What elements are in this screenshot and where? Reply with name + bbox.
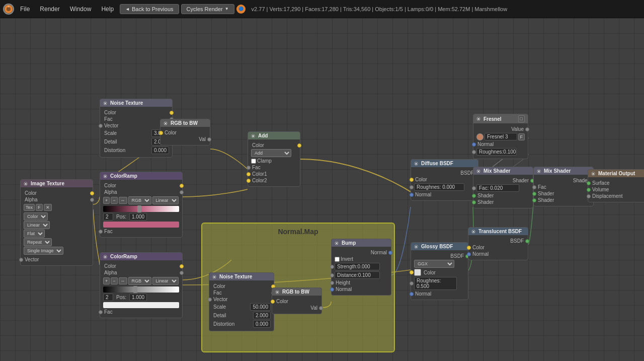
color-in[interactable] <box>467 246 471 250</box>
bsdf-out[interactable] <box>525 239 529 243</box>
color2-socket[interactable] <box>247 179 251 183</box>
noise-texture-2-node[interactable]: ✕ Noise Texture Color Fac Vector Scale 5… <box>209 272 274 331</box>
volume-in[interactable] <box>587 188 591 192</box>
back-to-previous-button[interactable]: Back to Previous <box>120 4 179 14</box>
color-out-socket[interactable] <box>297 143 301 148</box>
strength-field[interactable]: Strength:0.000 <box>335 263 380 270</box>
surface-in[interactable] <box>587 181 591 185</box>
close-icon[interactable]: ✕ <box>414 162 418 166</box>
ramp-handle-2[interactable] <box>133 286 137 293</box>
rough-in[interactable] <box>410 281 414 285</box>
close-icon[interactable]: ✕ <box>476 169 480 173</box>
distortion-field[interactable]: 0.000 <box>151 147 169 154</box>
color-out[interactable] <box>180 184 184 188</box>
height-in[interactable] <box>330 281 334 285</box>
translucent-bsdf-node[interactable]: ✕ Translucent BSDF BSDF Color Normal <box>468 227 528 260</box>
node-editor-canvas[interactable]: Normal.Map ✕ Image Texture Color Alpha T… <box>0 18 644 361</box>
add-node[interactable]: ✕ Add Color Add Clamp Fac Color1 <box>248 131 300 187</box>
swap-btn[interactable]: ↔ <box>119 277 127 284</box>
interp-select[interactable]: Linear <box>152 196 179 204</box>
close-icon[interactable]: ✕ <box>335 241 339 245</box>
normal-in[interactable] <box>410 193 414 197</box>
add-mode-select[interactable]: Add <box>251 149 291 157</box>
pos-value[interactable]: 1.000 <box>129 213 147 221</box>
color-in-socket[interactable] <box>159 131 163 135</box>
add-stop-btn[interactable]: + <box>103 277 110 284</box>
fac-field[interactable]: Fac: 0.020 <box>476 184 519 192</box>
detail-2[interactable]: 2.000 <box>253 312 271 319</box>
close-icon[interactable]: ✕ <box>103 101 107 105</box>
normal-out[interactable] <box>388 251 392 255</box>
close-icon[interactable]: ✕ <box>251 134 255 138</box>
menu-file[interactable]: File <box>16 4 34 15</box>
color-in[interactable] <box>271 300 275 304</box>
distortion-2[interactable]: 0.000 <box>253 320 271 328</box>
render-mode-dropdown[interactable]: Cycles Render <box>181 4 234 14</box>
fac-in-2[interactable] <box>99 310 103 314</box>
fac-in[interactable] <box>99 230 103 234</box>
mix-shader-1-node[interactable]: ✕ Mix Shader Shader Fac: 0.020 Shader Sh… <box>473 167 533 208</box>
close-icon[interactable]: ✕ <box>414 245 418 249</box>
repeat-select[interactable]: Repeat <box>24 238 52 246</box>
vector-in[interactable] <box>208 298 212 302</box>
clamp-checkbox[interactable] <box>251 159 256 164</box>
ior-field[interactable]: Fresnel 3 <box>485 133 517 140</box>
close-icon[interactable]: ✕ <box>24 182 28 186</box>
color1-socket[interactable] <box>247 172 251 176</box>
fac-in[interactable] <box>472 186 476 190</box>
stop-index-2[interactable]: 2 <box>103 294 113 301</box>
close-icon[interactable]: ✕ <box>103 174 107 178</box>
close-icon[interactable]: ✕ <box>212 275 216 279</box>
ramp-handle[interactable] <box>137 205 141 212</box>
distance-in[interactable] <box>330 273 334 277</box>
mode-select[interactable]: RGB <box>128 196 151 204</box>
normal-in[interactable] <box>330 287 334 292</box>
value-out[interactable] <box>525 127 529 131</box>
ggx-select[interactable]: GGX <box>414 260 454 268</box>
x-button[interactable]: ✕ <box>44 204 52 211</box>
fresnel-node[interactable]: ✕ Fresnel □ Value Fresnel 3 F Normal Rou… <box>473 114 528 159</box>
bump-node[interactable]: ✕ Bump Normal Invert Strength:0.000 Dist… <box>331 239 391 296</box>
color-swatch[interactable] <box>414 269 421 276</box>
color-ramp-2-node[interactable]: ✕ ColorRamp Color Alpha + − ↔ RGB Linear <box>100 252 183 318</box>
color-ramp-1-node[interactable]: ✕ ColorRamp Color Alpha + − ↔ RGB Linear <box>100 172 183 238</box>
vector-socket[interactable] <box>99 124 103 128</box>
shader2-in[interactable] <box>472 200 476 204</box>
menu-render[interactable]: Render <box>36 4 63 15</box>
normal-in[interactable] <box>467 252 471 256</box>
shader2-in[interactable] <box>532 198 536 202</box>
close-icon[interactable]: ✕ <box>591 172 595 176</box>
stop-index[interactable]: 2 <box>103 213 113 221</box>
roughness-field[interactable]: Roughnes: 0.000 <box>414 183 464 191</box>
f-btn[interactable]: F <box>518 133 525 140</box>
displacement-in[interactable] <box>587 194 591 198</box>
tex-button[interactable]: Tex <box>24 204 35 211</box>
invert-checkbox[interactable] <box>335 257 340 262</box>
menu-help[interactable]: Help <box>97 4 118 15</box>
close-icon[interactable]: ✕ <box>103 255 107 259</box>
mix-shader-2-node[interactable]: ✕ Mix Shader Shader Fac Shader Shader <box>533 167 594 206</box>
linear-select[interactable]: Linear <box>24 221 50 229</box>
close-icon[interactable]: ✕ <box>471 230 475 234</box>
close-icon[interactable]: ✕ <box>164 121 168 125</box>
color-output-socket[interactable] <box>90 191 94 195</box>
remove-stop-btn[interactable]: − <box>111 197 117 204</box>
vector-input-socket[interactable] <box>19 258 23 262</box>
menu-window[interactable]: Window <box>66 4 96 15</box>
color-select[interactable]: Color <box>24 212 48 221</box>
swap-btn[interactable]: ↔ <box>119 197 127 204</box>
shader1-in[interactable] <box>472 194 476 198</box>
fresnel-collapse-btn[interactable]: □ <box>518 115 525 122</box>
f-button[interactable]: F <box>36 204 43 211</box>
shader1-in[interactable] <box>532 192 536 196</box>
close-icon[interactable]: ✕ <box>476 117 480 121</box>
val-out[interactable] <box>319 306 323 310</box>
rgb-to-bw-2-node[interactable]: ✕ RGB to BW Color Val <box>272 287 322 314</box>
strength-in[interactable] <box>330 265 334 269</box>
glossy-bsdf-node[interactable]: ✕ Glossy BSDF BSDF GGX Color Roughnes: 0… <box>411 242 468 300</box>
color-socket[interactable] <box>170 111 174 115</box>
alpha-output-socket[interactable] <box>90 198 94 202</box>
add-stop-btn[interactable]: + <box>103 197 110 204</box>
distance-field[interactable]: Distance:0.100 <box>335 271 380 279</box>
diffuse-bsdf-node[interactable]: ✕ Diffuse BSDF BSDF Color Roughnes: 0.00… <box>411 159 478 201</box>
